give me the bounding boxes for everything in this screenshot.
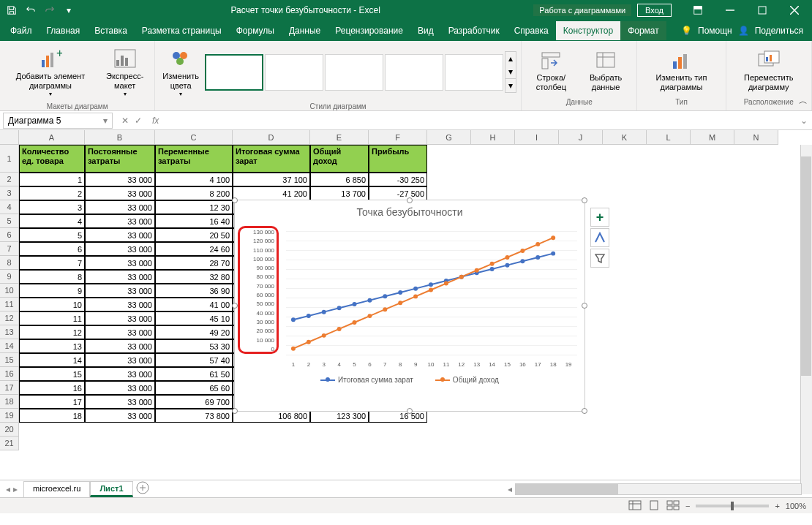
cell[interactable]: 5: [19, 228, 85, 242]
cell[interactable]: 61 50: [155, 367, 233, 381]
cell[interactable]: 3: [19, 200, 85, 214]
cell[interactable]: 28 70: [155, 256, 233, 270]
row-header[interactable]: 15: [0, 353, 19, 367]
cell[interactable]: 49 20: [155, 325, 233, 339]
row-header[interactable]: 3: [0, 186, 19, 200]
cell[interactable]: 65 60: [155, 381, 233, 395]
cell[interactable]: 20 50: [155, 228, 233, 242]
row-header[interactable]: 18: [0, 395, 19, 409]
cell[interactable]: 6 850: [310, 173, 369, 186]
zoom-out-button[interactable]: −: [685, 502, 690, 510]
cell[interactable]: 41 200: [233, 186, 310, 200]
chart-styles-gallery[interactable]: ▴ ▾ ▾: [205, 51, 516, 93]
vertical-scrollbar[interactable]: [800, 145, 812, 494]
tab-формат[interactable]: Формат: [620, 21, 666, 40]
spreadsheet-grid[interactable]: ABCDEFGHIJKLMN 1234567891011121314151617…: [0, 130, 812, 480]
add-chart-element-button[interactable]: +Добавить элемент диаграммы▾: [4, 44, 97, 101]
chart-elements-button[interactable]: +: [590, 208, 609, 227]
row-header[interactable]: 5: [0, 214, 19, 228]
express-layout-button[interactable]: Экспресс-макет▾: [99, 44, 150, 101]
add-sheet-button[interactable]: [136, 481, 149, 496]
confirm-formula-button[interactable]: ✓: [135, 116, 142, 126]
column-header[interactable]: A: [19, 130, 85, 145]
tell-me-icon[interactable]: 💡: [681, 26, 692, 36]
row-header[interactable]: 12: [0, 311, 19, 325]
login-button[interactable]: Вход: [637, 4, 672, 17]
ribbon-display-button[interactable]: [683, 0, 713, 20]
column-header[interactable]: H: [471, 130, 515, 145]
view-page-break-button[interactable]: [666, 500, 680, 512]
table-header[interactable]: Прибыль: [369, 145, 427, 173]
tab-рецензирование[interactable]: Рецензирование: [328, 21, 410, 40]
chart-style-3[interactable]: [325, 54, 383, 91]
cell[interactable]: 33 000: [85, 395, 155, 409]
maximize-button[interactable]: [748, 0, 777, 20]
cell[interactable]: 73 800: [155, 409, 233, 423]
cell[interactable]: 16 40: [155, 214, 233, 228]
tab-вид[interactable]: Вид: [410, 21, 441, 40]
row-header[interactable]: 17: [0, 381, 19, 395]
cell[interactable]: 24 60: [155, 242, 233, 256]
minimize-button[interactable]: [715, 0, 745, 20]
cell[interactable]: 13: [19, 339, 85, 353]
gallery-more[interactable]: ▾: [505, 78, 516, 92]
cell[interactable]: -30 250: [369, 173, 427, 186]
column-header[interactable]: N: [734, 130, 778, 145]
row-header[interactable]: 19: [0, 409, 19, 423]
cell[interactable]: 37 100: [233, 173, 310, 186]
cell[interactable]: 33 000: [85, 214, 155, 228]
cell[interactable]: 33 000: [85, 284, 155, 298]
tab-вставка[interactable]: Вставка: [87, 21, 135, 40]
move-chart-button[interactable]: Переместить диаграмму: [731, 45, 807, 95]
zoom-level[interactable]: 100%: [786, 502, 806, 510]
cell[interactable]: 11: [19, 311, 85, 325]
cell[interactable]: 6: [19, 242, 85, 256]
row-header[interactable]: 2: [0, 173, 19, 186]
table-header[interactable]: Общий доход: [310, 145, 369, 173]
cell[interactable]: 12: [19, 325, 85, 339]
cell[interactable]: 9: [19, 284, 85, 298]
cell[interactable]: 45 10: [155, 311, 233, 325]
name-box[interactable]: Диаграмма 5▾: [3, 113, 113, 129]
column-header[interactable]: E: [310, 130, 369, 145]
cancel-formula-button[interactable]: ✕: [121, 116, 129, 126]
tab-данные[interactable]: Данные: [282, 21, 328, 40]
chart-object[interactable]: Точка безубыточности 130 000120 000110 0…: [234, 200, 585, 412]
cell[interactable]: 57 40: [155, 353, 233, 367]
cell[interactable]: 33 000: [85, 409, 155, 423]
column-header[interactable]: J: [559, 130, 603, 145]
switch-row-column-button[interactable]: Строка/столбец: [526, 45, 576, 95]
cell[interactable]: 69 700: [155, 395, 233, 409]
cell[interactable]: 33 000: [85, 173, 155, 186]
column-header[interactable]: B: [85, 130, 155, 145]
sheet-tab[interactable]: Лист1: [90, 481, 132, 497]
column-header[interactable]: C: [155, 130, 233, 145]
cell[interactable]: 33 000: [85, 311, 155, 325]
cell[interactable]: 33 000: [85, 339, 155, 353]
cell[interactable]: -27 500: [369, 186, 427, 200]
cell[interactable]: 16: [19, 381, 85, 395]
cell[interactable]: 33 000: [85, 242, 155, 256]
cell[interactable]: 33 000: [85, 381, 155, 395]
change-colors-button[interactable]: Изменить цвета▾: [159, 44, 202, 101]
chart-title[interactable]: Точка безубыточности: [235, 200, 584, 224]
sheet-nav-prev[interactable]: ◂: [6, 484, 10, 494]
table-header[interactable]: Количество ед. товара: [19, 145, 85, 173]
zoom-slider[interactable]: [696, 505, 769, 507]
cell[interactable]: 33 000: [85, 298, 155, 311]
column-header[interactable]: I: [515, 130, 559, 145]
tab-разметка страницы[interactable]: Разметка страницы: [135, 21, 229, 40]
expand-formula-button[interactable]: ⌄: [796, 116, 812, 126]
row-header[interactable]: 7: [0, 242, 19, 256]
chart-style-5[interactable]: [445, 54, 503, 91]
sheet-nav-next[interactable]: ▸: [13, 484, 18, 494]
cell[interactable]: 53 30: [155, 339, 233, 353]
column-header[interactable]: F: [369, 130, 427, 145]
cell[interactable]: 33 000: [85, 256, 155, 270]
horizontal-scrollbar[interactable]: ◂ ▸: [505, 483, 812, 495]
tab-формулы[interactable]: Формулы: [229, 21, 282, 40]
change-chart-type-button[interactable]: Изменить тип диаграммы: [642, 45, 721, 95]
cell[interactable]: 7: [19, 256, 85, 270]
cell[interactable]: 32 80: [155, 270, 233, 284]
redo-button[interactable]: [41, 1, 59, 19]
